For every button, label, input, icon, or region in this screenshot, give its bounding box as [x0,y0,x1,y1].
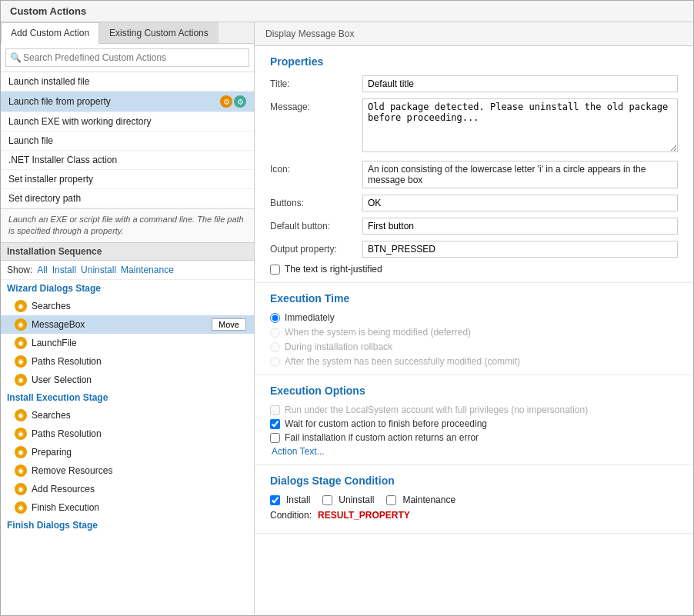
seq-item-launchfile[interactable]: ◉ LaunchFile [1,334,254,352]
tab-add-custom-action[interactable]: Add Custom Action [1,22,99,44]
search-icon: 🔍 [10,52,22,63]
stage-icon: ◉ [15,337,27,349]
item-label: Set directory path [8,193,81,204]
filter-uninstall[interactable]: Uninstall [81,265,116,275]
search-box-container: 🔍 [1,44,254,72]
message-label: Message: [270,98,362,112]
window-title: Custom Actions [1,1,693,22]
action-text-link[interactable]: Action Text... [270,446,324,457]
seq-item-paths-resolution-1[interactable]: ◉ Paths Resolution [1,352,254,371]
stage-icon: ◉ [15,428,27,440]
output-property-row: Output property: [270,241,678,258]
option-wait-finish-checkbox[interactable] [270,419,280,429]
dialogs-stage-condition-section: Dialogs Stage Condition Install Uninstal… [255,465,693,534]
option-localsystem-checkbox[interactable] [270,405,280,415]
list-item[interactable]: Launch installed file [1,72,254,92]
message-textarea[interactable] [362,98,678,152]
show-label: Show: [7,265,32,275]
option-fail-error: Fail installation if custom action retur… [270,432,678,443]
show-controls: Show: All Install Uninstall Maintenance [1,261,254,280]
buttons-label: Buttons: [270,195,362,208]
list-item[interactable]: .NET Installer Class action [1,151,254,170]
search-input[interactable] [5,48,249,67]
stage-icon: ◉ [15,355,27,368]
icon-row: Icon: An icon consisting of the lowercas… [270,161,678,188]
seq-item-label: Paths Resolution [32,428,102,439]
option-localsystem-label: Run under the LocalSystem account with f… [285,405,588,415]
condition-value: RESULT_PROPERTY [318,510,410,521]
condition-label: Condition: [270,510,312,521]
stage-icon: ◉ [15,501,27,514]
radio-commit: After the system has been successfully m… [270,356,678,367]
right-justified-checkbox[interactable] [270,265,280,275]
seq-item-paths-resolution-2[interactable]: ◉ Paths Resolution [1,425,254,443]
sequence-list: Wizard Dialogs Stage ◉ Searches ◉ Messag… [1,280,254,614]
radio-immediately: Immediately [270,312,678,323]
stage-icon: ◉ [15,374,27,386]
item-icons: ⚙ ⚙ [220,95,246,108]
radio-immediately-label: Immediately [285,312,335,323]
stage-label-finish: Finish Dialogs Stage [1,517,254,534]
filter-install[interactable]: Install [52,265,76,275]
seq-item-remove-resources[interactable]: ◉ Remove Resources [1,461,254,480]
list-item[interactable]: Launch file [1,132,254,151]
radio-commit-label: After the system has been successfully m… [285,356,520,367]
predefined-list: Launch installed file Launch file from p… [1,72,254,208]
list-item[interactable]: Set installer property [1,170,254,189]
dialogs-stage-condition-title: Dialogs Stage Condition [270,474,678,487]
radio-immediately-input[interactable] [270,313,280,323]
seq-item-label: LaunchFile [32,338,77,348]
list-item[interactable]: Launch file from property ⚙ ⚙ [1,92,254,112]
filter-all[interactable]: All [37,265,47,275]
stage-icon: ◉ [15,409,27,421]
list-item[interactable]: Launch EXE with working directory [1,112,254,132]
install-checkbox-label: Install [286,494,310,505]
message-row: Message: [270,98,678,155]
move-button[interactable]: Move [212,318,246,331]
seq-item-preparing[interactable]: ◉ Preparing [1,443,254,461]
seq-item-searches-2[interactable]: ◉ Searches [1,406,254,425]
icon-text: An icon consisting of the lowercase lett… [362,161,678,188]
seq-item-label: Paths Resolution [32,356,102,367]
hint-text: Launch an EXE or script file with a comm… [1,208,254,242]
right-justified-label: The text is right-justified [285,264,382,275]
stage-icon: ◉ [15,446,27,458]
installation-sequence-header: Installation Sequence [1,242,254,261]
option-fail-error-checkbox[interactable] [270,433,280,443]
list-item[interactable]: Set directory path [1,189,254,208]
output-property-value-container [362,241,678,258]
seq-item-user-selection[interactable]: ◉ User Selection [1,371,254,389]
output-property-label: Output property: [270,241,362,255]
seq-item-label: Add Resources [32,484,95,494]
properties-section: Properties Title: Message: Icon: [255,46,693,283]
tab-existing-custom-actions[interactable]: Existing Custom Actions [99,22,219,43]
title-input[interactable] [362,75,678,92]
default-button-input[interactable] [362,218,678,235]
seq-item-messagebox[interactable]: ◉ MessageBox Move [1,315,254,334]
install-checkbox[interactable] [270,495,280,505]
radio-rollback-input[interactable] [270,342,280,352]
right-panel-header: Display Message Box [255,22,693,46]
maintenance-checkbox[interactable] [386,495,396,505]
tabs-bar: Add Custom Action Existing Custom Action… [1,22,254,44]
buttons-value-container [362,195,678,211]
uninstall-checkbox-label: Uninstall [339,494,374,505]
properties-title: Properties [270,55,678,68]
item-label: Launch installed file [8,76,89,87]
radio-commit-input[interactable] [270,357,280,367]
buttons-input[interactable] [362,195,678,211]
seq-item-searches-1[interactable]: ◉ Searches [1,297,254,315]
icon-value-container: An icon consisting of the lowercase lett… [362,161,678,188]
item-label: .NET Installer Class action [8,155,117,165]
seq-item-finish-execution[interactable]: ◉ Finish Execution [1,498,254,517]
option-fail-error-label: Fail installation if custom action retur… [285,432,479,443]
condition-checkboxes-row: Install Uninstall Maintenance [270,494,678,505]
seq-item-add-resources[interactable]: ◉ Add Resources [1,480,254,498]
uninstall-checkbox[interactable] [322,495,332,505]
stage-icon: ◉ [15,483,27,495]
filter-maintenance[interactable]: Maintenance [121,265,174,275]
stage-label-wizard: Wizard Dialogs Stage [1,280,254,297]
output-property-input[interactable] [362,241,678,258]
radio-deferred-input[interactable] [270,328,280,338]
execution-options-section: Execution Options Run under the LocalSys… [255,375,693,465]
